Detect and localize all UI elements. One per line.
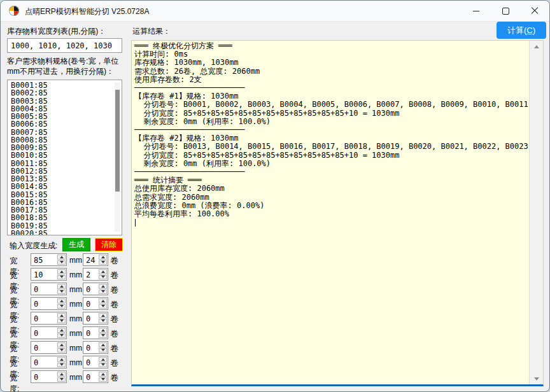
- arrow-down-icon: [101, 378, 105, 381]
- step-down-button[interactable]: [57, 348, 66, 353]
- count-input[interactable]: 0: [83, 312, 108, 325]
- step-down-button[interactable]: [57, 363, 66, 368]
- step-up-button[interactable]: [57, 255, 66, 260]
- width-input[interactable]: 0: [31, 312, 67, 325]
- count-input[interactable]: 2: [83, 268, 108, 281]
- arrow-up-icon: [60, 300, 64, 302]
- roll-unit-label: 卷: [110, 372, 118, 384]
- minimize-button[interactable]: [462, 1, 491, 21]
- demand-spec-label: 客户需求物料规格(卷号:宽，单位mm不用写进去，用换行分隔)：: [7, 56, 125, 76]
- count-stepper: [99, 269, 107, 279]
- step-down-button[interactable]: [99, 363, 107, 368]
- count-input[interactable]: 0: [83, 283, 108, 295]
- arrow-up-icon: [101, 256, 105, 258]
- step-up-button[interactable]: [99, 372, 107, 377]
- width-input[interactable]: 0: [31, 297, 67, 310]
- demand-scrollbar-thumb[interactable]: [115, 90, 120, 192]
- generate-button[interactable]: 生成: [62, 238, 90, 251]
- step-down-button[interactable]: [57, 377, 66, 382]
- count-input[interactable]: 0: [83, 370, 108, 383]
- app-window: 点晴ERP模切料智能分切 V25.0728A 库存物料宽度列表(用,分隔)： 1…: [0, 0, 550, 392]
- step-up-button[interactable]: [99, 284, 107, 289]
- step-down-button[interactable]: [99, 290, 107, 295]
- step-up-button[interactable]: [57, 284, 66, 289]
- step-down-button[interactable]: [57, 290, 66, 295]
- step-up-button[interactable]: [99, 269, 107, 274]
- arrow-down-icon: [101, 319, 105, 322]
- width-input[interactable]: 10: [31, 268, 67, 281]
- calculate-button[interactable]: 计算(C): [497, 22, 546, 39]
- step-up-button[interactable]: [57, 313, 66, 318]
- step-up-button[interactable]: [57, 357, 66, 362]
- step-down-button[interactable]: [57, 260, 66, 265]
- width-stepper: [57, 372, 66, 382]
- mm-unit-label: mm: [69, 270, 82, 279]
- step-up-button[interactable]: [57, 372, 66, 377]
- minimize-icon: [473, 11, 479, 11]
- count-input[interactable]: 0: [83, 326, 108, 339]
- count-input[interactable]: 24: [83, 253, 108, 266]
- step-up-button[interactable]: [99, 342, 107, 347]
- arrow-up-icon: [60, 314, 64, 317]
- step-down-button[interactable]: [99, 260, 107, 265]
- count-input[interactable]: 0: [83, 297, 108, 310]
- width-input[interactable]: 0: [31, 370, 67, 383]
- arrow-up-icon: [101, 270, 105, 273]
- result-output-area[interactable]: ═══ 终极优化分切方案 ═══ 计算时间: 0ms 库存规格: 1030mm,…: [131, 40, 544, 386]
- demand-roll-list[interactable]: B0001:85 B0002:85 B0003:85 B0004:85 B000…: [7, 80, 122, 235]
- maximize-button[interactable]: [491, 1, 520, 21]
- step-down-button[interactable]: [99, 333, 107, 339]
- step-up-button[interactable]: [99, 328, 107, 333]
- stock-width-input[interactable]: 1000, 1010, 1020, 1030: [7, 38, 122, 53]
- step-up-button[interactable]: [57, 342, 66, 347]
- arrow-up-icon: [60, 329, 64, 332]
- step-down-button[interactable]: [99, 304, 107, 309]
- step-up-button[interactable]: [57, 269, 66, 274]
- mm-unit-label: mm: [69, 329, 82, 338]
- width-input[interactable]: 0: [31, 283, 67, 295]
- arrow-down-icon: [60, 378, 64, 381]
- mm-unit-label: mm: [69, 314, 82, 323]
- mm-unit-label: mm: [69, 256, 82, 265]
- roll-unit-label: 卷: [110, 343, 118, 354]
- window-title: 点晴ERP模切料智能分切 V25.0728A: [25, 6, 149, 17]
- arrow-down-icon: [60, 290, 64, 293]
- step-down-button[interactable]: [99, 275, 107, 280]
- step-down-button[interactable]: [57, 319, 66, 324]
- step-down-button[interactable]: [99, 377, 107, 382]
- step-down-button[interactable]: [57, 275, 66, 280]
- step-down-button[interactable]: [99, 319, 107, 324]
- step-up-button[interactable]: [99, 357, 107, 362]
- arrow-down-icon: [101, 276, 105, 278]
- step-down-button[interactable]: [57, 333, 66, 339]
- width-input[interactable]: 85: [31, 253, 67, 266]
- step-up-button[interactable]: [99, 298, 107, 304]
- step-up-button[interactable]: [57, 298, 66, 304]
- step-up-button[interactable]: [99, 313, 107, 318]
- scroll-down-icon[interactable]: [534, 377, 539, 381]
- arrow-up-icon: [60, 270, 64, 273]
- result-text: ═══ 终极优化分切方案 ═══ 计算时间: 0ms 库存规格: 1030mm,…: [134, 42, 544, 218]
- arrow-up-icon: [60, 373, 64, 375]
- count-stepper: [99, 357, 107, 367]
- arrow-down-icon: [60, 363, 64, 366]
- close-button[interactable]: [520, 1, 549, 21]
- clear-button[interactable]: 清除: [95, 238, 123, 251]
- width-input[interactable]: 0: [31, 341, 67, 354]
- width-input[interactable]: 0: [31, 356, 67, 368]
- roll-unit-label: 卷: [110, 255, 118, 267]
- width-input[interactable]: 0: [31, 326, 67, 339]
- step-up-button[interactable]: [99, 255, 107, 260]
- step-up-button[interactable]: [57, 328, 66, 333]
- roll-unit-label: 卷: [110, 358, 118, 369]
- width-stepper: [57, 357, 66, 367]
- step-down-button[interactable]: [99, 348, 107, 353]
- demand-list-scrollbar[interactable]: [115, 82, 120, 232]
- arrow-down-icon: [60, 276, 64, 278]
- step-down-button[interactable]: [57, 304, 66, 309]
- result-scrollbar[interactable]: [529, 41, 543, 385]
- scroll-up-icon[interactable]: [534, 45, 539, 48]
- arrow-up-icon: [101, 329, 105, 332]
- count-input[interactable]: 0: [83, 356, 108, 368]
- count-input[interactable]: 0: [83, 341, 108, 354]
